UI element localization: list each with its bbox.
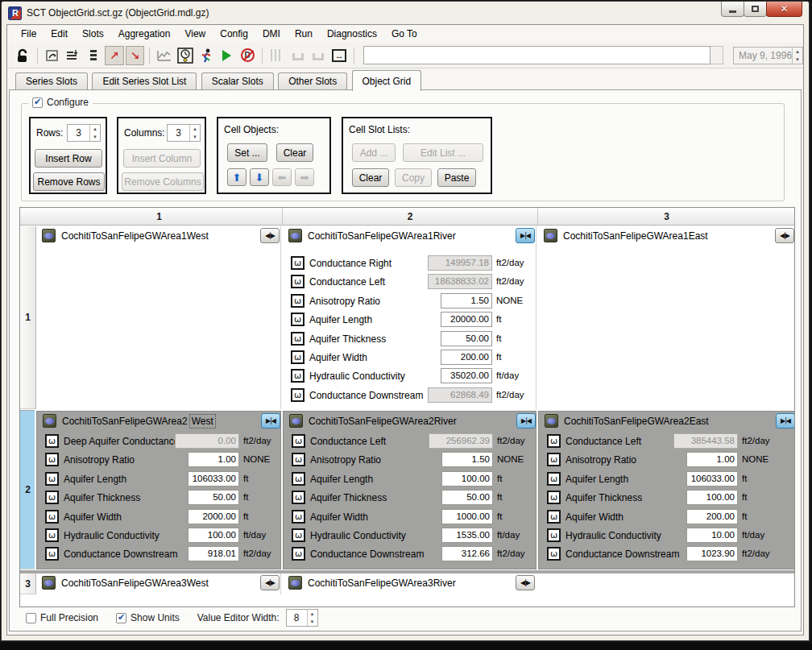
- menu-aggregation[interactable]: Aggregation: [111, 26, 178, 42]
- down-arrow-icon[interactable]: ⬇: [250, 168, 269, 186]
- menu-run[interactable]: Run: [288, 26, 320, 42]
- clear-slot-lists-button[interactable]: Clear: [352, 168, 389, 187]
- menu-diagnostics[interactable]: Diagnostics: [320, 26, 384, 42]
- cell-header[interactable]: CochitiToSanFelipeGWArea3West◀|▶: [36, 573, 280, 593]
- slot-value-editor[interactable]: 312.66: [441, 546, 493, 561]
- row-header-1[interactable]: 1: [20, 226, 36, 409]
- close-button[interactable]: ✕: [766, 2, 802, 17]
- column-header-1[interactable]: 1: [36, 208, 283, 226]
- grid-cell[interactable]: CochitiToSanFelipeGWArea1East◀|▶: [538, 226, 795, 409]
- grid-cell[interactable]: CochitiToSanFelipeGWArea2East▶|◀ωConduct…: [538, 411, 795, 569]
- menu-view[interactable]: View: [177, 26, 213, 42]
- menu-slots[interactable]: Slots: [75, 26, 111, 42]
- tab-scalar-slots[interactable]: Scalar Slots: [201, 72, 274, 90]
- full-precision-checkbox[interactable]: [26, 613, 36, 623]
- collapse-cell-button[interactable]: ▶|◀: [261, 413, 280, 429]
- up-arrow-icon[interactable]: ⬆: [227, 168, 246, 186]
- slot-value-editor[interactable]: 106033.00: [188, 471, 239, 486]
- collapse-cell-button[interactable]: ▶|◀: [516, 228, 535, 243]
- slot-value-editor[interactable]: 1.00: [686, 452, 738, 467]
- column-header-3[interactable]: 3: [538, 208, 795, 226]
- rows-spin-arrows[interactable]: ▲▼: [89, 125, 100, 141]
- cell-header[interactable]: CochitiToSanFelipeGWArea1West◀|▶: [36, 226, 280, 246]
- cell-header[interactable]: CochitiToSanFelipeGWArea2River▶|◀: [284, 412, 536, 431]
- value-editor-width-spinbox[interactable]: 8 ▲▼: [286, 609, 318, 627]
- expand-cell-button[interactable]: ◀|▶: [516, 575, 535, 590]
- columns-spin-arrows[interactable]: ▲▼: [189, 125, 200, 141]
- column-header-2[interactable]: 2: [283, 208, 538, 226]
- date-spinner[interactable]: ▲▼: [792, 48, 802, 64]
- grid-cell[interactable]: CochitiToSanFelipeGWArea2River▶|◀ωConduc…: [283, 411, 536, 569]
- slot-value-editor[interactable]: 1535.00: [441, 528, 493, 543]
- slot-value-editor[interactable]: 1.00: [188, 452, 239, 467]
- show-units-checkbox[interactable]: [116, 613, 126, 623]
- cell-header[interactable]: CochitiToSanFelipeGWArea1East◀|▶: [538, 226, 795, 246]
- menu-edit[interactable]: Edit: [44, 26, 75, 42]
- set-cell-objects-button[interactable]: Set ...: [227, 143, 267, 162]
- cell-header[interactable]: CochitiToSanFelipeGWArea3River◀|▶: [283, 573, 795, 593]
- slot-value-editor[interactable]: 918.01: [188, 546, 239, 561]
- slot-value-editor[interactable]: 100.00: [686, 490, 738, 505]
- lock-icon[interactable]: [13, 46, 32, 65]
- menu-dmi[interactable]: DMI: [255, 26, 288, 42]
- full-precision-option[interactable]: Full Precision: [26, 612, 98, 623]
- collapse-cell-button[interactable]: ▶|◀: [776, 413, 795, 429]
- timestep-date-field[interactable]: May 9, 1996 ▲▼: [733, 47, 803, 64]
- tab-series-slots[interactable]: Series Slots: [15, 72, 88, 90]
- slot-value-editor[interactable]: 100.00: [441, 471, 493, 486]
- maximize-button[interactable]: [744, 2, 767, 17]
- tab-other-slots[interactable]: Other Slots: [278, 72, 347, 90]
- slot-value-editor[interactable]: 106033.00: [686, 471, 738, 486]
- start-run-icon[interactable]: [218, 46, 237, 65]
- menu-file[interactable]: File: [14, 26, 44, 42]
- expand-cell-button[interactable]: ◀|▶: [775, 228, 794, 243]
- minimize-button[interactable]: [721, 2, 744, 17]
- slot-value-editor[interactable]: 1023.90: [686, 546, 738, 561]
- slot-value-editor[interactable]: 50.00: [441, 490, 493, 505]
- slot-value-editor[interactable]: 10.00: [686, 528, 738, 543]
- simulation-runner-icon[interactable]: [197, 46, 216, 65]
- remove-rows-button[interactable]: Remove Rows: [33, 172, 105, 191]
- cell-header[interactable]: CochitiToSanFelipeGWArea2East▶|◀: [539, 412, 795, 431]
- fit-width-icon[interactable]: ↔: [329, 46, 349, 65]
- slot-value-editor[interactable]: 200.00: [686, 509, 738, 524]
- tab-edit-series-slot-list[interactable]: Edit Series Slot List: [92, 72, 197, 90]
- slot-value-editor[interactable]: 35020.00: [441, 368, 492, 383]
- aggregation-icon[interactable]: [63, 46, 82, 65]
- cell-header[interactable]: CochitiToSanFelipeGWArea1River▶|◀: [283, 226, 536, 246]
- rows-spinbox[interactable]: 3 ▲▼: [67, 124, 101, 142]
- menu-config[interactable]: Config: [213, 26, 255, 42]
- columns-spinbox[interactable]: 3 ▲▼: [167, 124, 201, 142]
- grid-cell[interactable]: CochitiToSanFelipeGWArea3West◀|▶: [36, 573, 281, 594]
- clear-cell-objects-button[interactable]: Clear: [276, 143, 313, 162]
- slot-value-editor[interactable]: 20000.00: [441, 312, 492, 327]
- expand-cell-button[interactable]: ◀|▶: [260, 228, 280, 243]
- slot-value-editor[interactable]: 100.00: [188, 528, 239, 543]
- slot-value-editor[interactable]: 50.00: [188, 490, 239, 505]
- paste-slot-lists-button[interactable]: Paste: [437, 168, 476, 187]
- insert-row-button[interactable]: Insert Row: [35, 149, 102, 168]
- slot-value-editor[interactable]: 1000.00: [441, 509, 493, 524]
- row-header-3[interactable]: 3: [20, 573, 36, 594]
- goto-slot-icon[interactable]: [43, 46, 62, 65]
- show-units-option[interactable]: Show Units: [116, 612, 180, 623]
- row-header-2[interactable]: 2: [20, 411, 36, 569]
- value-editor-width-spin-arrows[interactable]: ▲▼: [307, 610, 317, 626]
- plot-icon[interactable]: [155, 46, 174, 65]
- slot-value-editor[interactable]: 50.00: [441, 331, 492, 346]
- dmi-export-icon[interactable]: ↗: [105, 46, 124, 65]
- slot-value-editor[interactable]: 1.50: [441, 452, 493, 467]
- expand-cell-button[interactable]: ◀|▶: [260, 575, 280, 590]
- stop-run-icon[interactable]: D: [238, 46, 257, 65]
- command-input[interactable]: [363, 46, 710, 64]
- slot-value-editor[interactable]: 1.50: [441, 293, 492, 308]
- configure-checkbox[interactable]: [32, 97, 43, 108]
- grid-cell[interactable]: CochitiToSanFelipeGWArea1River▶|◀ωConduc…: [283, 226, 536, 409]
- grid-cell[interactable]: CochitiToSanFelipeGWArea2West▶|◀ωDeep Aq…: [36, 411, 281, 569]
- rows-icon[interactable]: [84, 46, 103, 65]
- run-control-clock-icon[interactable]: [176, 46, 195, 65]
- slot-value-editor[interactable]: 2000.00: [188, 509, 239, 524]
- grid-cell[interactable]: CochitiToSanFelipeGWArea3River◀|▶: [283, 573, 795, 594]
- configure-checkbox-row[interactable]: Configure: [28, 97, 93, 108]
- title-bar[interactable]: SCT ObjectGrid.sct.gz (ObjectGrid.mdl.gz…: [2, 2, 809, 24]
